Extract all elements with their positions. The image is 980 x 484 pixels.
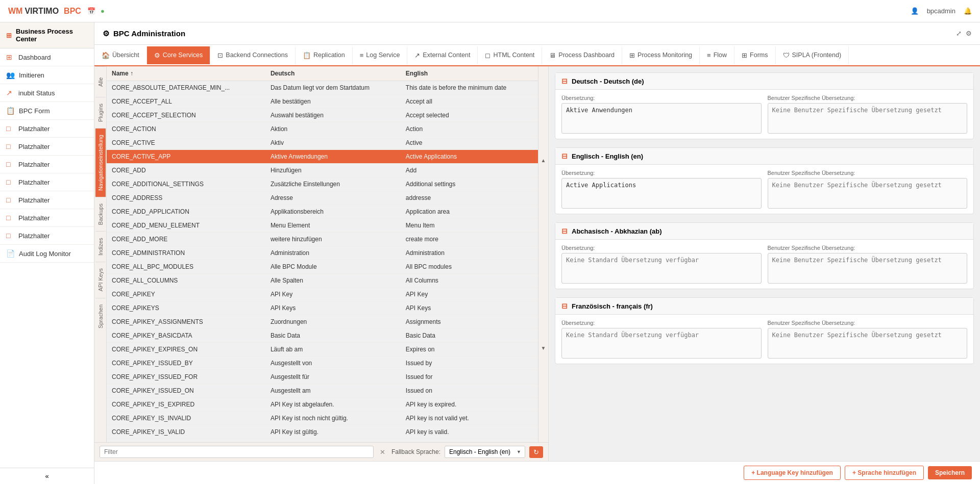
sidebar-item-audit-log[interactable]: 📄Audit Log Monitor [0,245,94,263]
benutzer-textarea-englisch[interactable] [768,178,968,209]
table-row[interactable]: CORE_APIKEY_IS_EXPIRED API Key ist abgel… [107,398,538,412]
table-row[interactable]: CORE_ADD_MENU_ELEMENT Menu Element Menu … [107,219,538,233]
table-row[interactable]: CORE_ACTIVE_APP Aktive Anwendungen Activ… [107,150,538,164]
table-row[interactable]: CORE_ADD_APPLICATION Applikationsbereich… [107,205,538,219]
vtab-alle[interactable]: Alle [95,66,106,97]
save-button[interactable]: Speichern [928,466,972,479]
fallback-select[interactable]: Englisch - English (en) Deutsch - Deutsc… [445,446,525,458]
sidebar-item-bpc-form[interactable]: 📋BPC Form [0,102,94,120]
table-row[interactable]: CORE_APIKEYS API Keys API Keys [107,301,538,315]
lang-block-body-deutsch: Übersetzung: Aktive Anwendungen Benutzer… [555,90,973,139]
vtab-sprachen[interactable]: Sprachen [95,298,106,335]
table-row[interactable]: CORE_APIKEY_BASICDATA Basic Data Basic D… [107,329,538,343]
ubersetzung-textarea-deutsch[interactable]: Aktive Anwendungen [561,103,762,134]
table-row[interactable]: CORE_APIKEY_ASSIGNMENTS Zuordnungen Assi… [107,315,538,329]
table-row[interactable]: CORE_APIKEY_EXPIRES_ON Läuft ab am Expir… [107,343,538,356]
cell-de-6: Hinzufügen [265,164,401,177]
table-row[interactable]: CORE_ACCEPT_ALL Alle bestätigen Accept a… [107,95,538,109]
sidebar-item-platzhalter3[interactable]: □Platzhalter [0,156,94,173]
cell-key-15: CORE_APIKEY [107,288,265,301]
sidebar-item-platzhalter2[interactable]: □Platzhalter [0,138,94,156]
expand-icon[interactable]: ⤢ [956,30,962,37]
table-row[interactable]: CORE_APIKEY_IS_INVALID API Key ist noch … [107,412,538,425]
ubersetzung-textarea-franzosisch[interactable] [561,328,762,359]
collapse-icon-englisch[interactable]: ⊟ [561,152,568,160]
table-row[interactable]: CORE_APIKEY_IS_VALID API Key ist gültig.… [107,425,538,439]
table-row[interactable]: CORE_APIKEY_ISSUED_BY Ausgestellt von Is… [107,356,538,370]
cell-de-0: Das Datum liegt vor dem Startdatum [265,81,401,95]
scroll-up-arrow[interactable]: ▲ [538,66,548,254]
table-row[interactable]: CORE_ACTIVE Aktiv Active [107,136,538,150]
sidebar-item-platzhalter4[interactable]: □Platzhalter [0,173,94,191]
sidebar-item-platzhalter5[interactable]: □Platzhalter [0,191,94,209]
tab-backend-connections[interactable]: ⊡Backend Connections [210,46,296,64]
tab-ubersicht[interactable]: 🏠Übersicht [94,46,147,64]
sidebar-label-platzhalter2: Platzhalter [18,143,50,150]
tab-process-dashboard[interactable]: 🖥Process Dashboard [542,46,622,64]
collapse-icon-franzosisch[interactable]: ⊟ [561,302,568,310]
scroll-down-arrow[interactable]: ▼ [538,254,548,443]
col-deutsch[interactable]: Deutsch [265,66,401,81]
vtab-backups[interactable]: Backups [95,197,106,231]
tab-forms[interactable]: ⊞Forms [734,46,775,64]
benutzer-textarea-abchasisch[interactable] [768,253,968,284]
tab-flow[interactable]: ≡Flow [700,46,734,64]
sidebar-toggle[interactable]: « [0,468,94,484]
bell-icon[interactable]: 🔔 [964,7,972,15]
table-row[interactable]: CORE_ALL_BPC_MODULES Alle BPC Module All… [107,260,538,274]
tab-replication[interactable]: 📋Replication [296,46,353,64]
collapse-icon-deutsch[interactable]: ⊟ [561,77,568,85]
calendar-icon[interactable]: 📅 [87,7,95,15]
ubersetzung-textarea-englisch[interactable]: Active Applications [561,178,762,209]
table-row[interactable]: CORE_ALL_COLUMNS Alle Spalten All Column… [107,274,538,288]
table-row[interactable]: CORE_ABSOLUTE_DATERANGE_MIN_... Das Datu… [107,81,538,95]
cell-en-21: Issued for [401,370,538,384]
ubersetzung-textarea-abchasisch[interactable] [561,253,762,284]
col-english[interactable]: English [401,66,538,81]
collapse-icon-abchasisch[interactable]: ⊟ [561,227,568,235]
tab-core-services[interactable]: ⚙Core Services [147,46,211,64]
cell-key-14: CORE_ALL_COLUMNS [107,274,265,288]
filter-input[interactable] [100,446,374,458]
table-row[interactable]: CORE_ACTION Aktion Action [107,122,538,136]
vtab-navigationseinstellung[interactable]: Navigationseinstellung [95,128,106,197]
tab-process-monitoring[interactable]: ⊞Process Monitoring [622,46,700,64]
table-row[interactable]: CORE_ADD_MORE weitere hinzufügen create … [107,233,538,246]
filter-clear-icon[interactable]: ✕ [378,447,387,457]
bpc-title-icon: ⚙ [103,29,109,38]
table-row[interactable]: CORE_APIKEY_ISSUED_FOR Ausgestellt für I… [107,370,538,384]
table-row[interactable]: CORE_APIKEY_ISSUED_ON Ausgestellt am Iss… [107,384,538,398]
table-row[interactable]: CORE_ADDITIONAL_SETTINGS Zusätzliche Ein… [107,177,538,191]
sidebar-item-platzhalter6[interactable]: □Platzhalter [0,209,94,227]
sidebar-item-dashboard[interactable]: ⊞Dashboard [0,48,94,66]
refresh-button[interactable]: ↻ [529,446,543,458]
vtab-indizes[interactable]: Indizes [95,231,106,262]
tab-sipla[interactable]: 🛡SIPLA (Frontend) [776,46,849,64]
table-row[interactable]: CORE_ADD Hinzufügen Add [107,164,538,177]
lang-block-franzosisch: ⊟ Französisch - français (fr) Übersetzun… [555,297,974,364]
tab-external-content[interactable]: ↗External Content [407,46,478,64]
table-row[interactable]: CORE_ADMINISTRATION Administration Admin… [107,246,538,260]
table-scroll[interactable]: Name ↑ Deutsch English CORE_ABSOLUTE_DAT… [107,66,538,442]
settings-icon[interactable]: ⚙ [966,30,972,37]
add-key-button[interactable]: + Language Key hinzufügen [744,466,841,480]
tab-html-content[interactable]: ◻HTML Content [478,46,542,64]
vtab-plugins[interactable]: Plugins [95,97,106,128]
benutzer-textarea-deutsch[interactable] [768,103,968,134]
table-row[interactable]: CORE_APIKEY API Key API Key [107,288,538,301]
sidebar-item-platzhalter7[interactable]: □Platzhalter [0,227,94,245]
col-name[interactable]: Name ↑ [107,66,265,81]
sidebar-item-inubit-status[interactable]: ↗inubit Status [0,84,94,102]
tab-log-service[interactable]: ≡Log Service [353,46,408,64]
sidebar-item-imitieren[interactable]: 👥Imitieren [0,66,94,84]
sidebar-item-platzhalter1[interactable]: □Platzhalter [0,120,94,138]
cell-en-14: All Columns [401,274,538,288]
cell-key-17: CORE_APIKEY_ASSIGNMENTS [107,315,265,329]
lang-title-franzosisch: Französisch - français (fr) [572,302,653,310]
table-row[interactable]: CORE_ADDRESS Adresse addresse [107,191,538,205]
benutzer-textarea-franzosisch[interactable] [768,328,968,359]
table-row[interactable]: CORE_ACCEPT_SELECTION Auswahl bestätigen… [107,109,538,122]
cell-en-6: Add [401,164,538,177]
add-lang-button[interactable]: + Sprache hinzufügen [845,466,924,480]
vtab-api-keys[interactable]: API Keys [95,262,106,297]
